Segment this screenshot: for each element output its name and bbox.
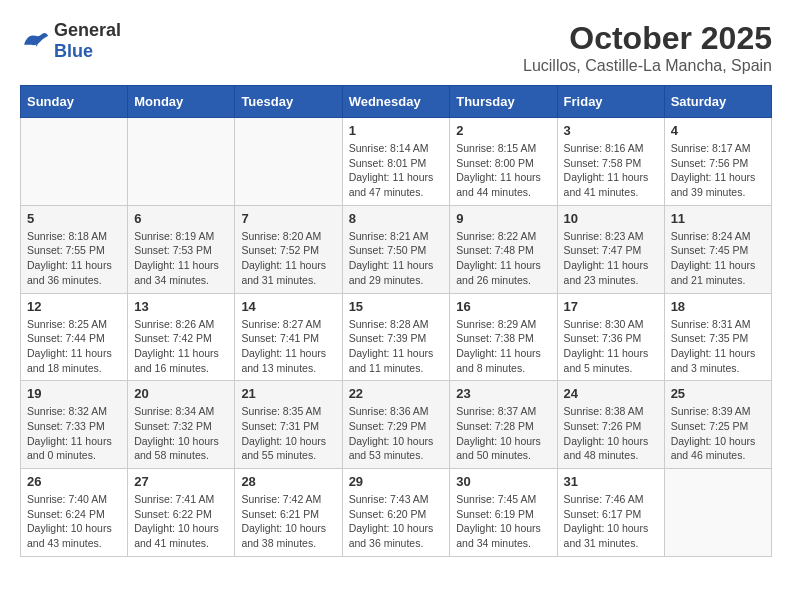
page-header: General Blue October 2025 Lucillos, Cast… <box>20 20 772 75</box>
location-title: Lucillos, Castille-La Mancha, Spain <box>523 57 772 75</box>
calendar-cell: 20Sunrise: 8:34 AM Sunset: 7:32 PM Dayli… <box>128 381 235 469</box>
logo-blue: Blue <box>54 41 93 61</box>
day-number: 18 <box>671 299 765 314</box>
calendar-cell: 7Sunrise: 8:20 AM Sunset: 7:52 PM Daylig… <box>235 205 342 293</box>
day-number: 4 <box>671 123 765 138</box>
day-number: 12 <box>27 299 121 314</box>
day-number: 10 <box>564 211 658 226</box>
day-info: Sunrise: 8:32 AM Sunset: 7:33 PM Dayligh… <box>27 404 121 463</box>
calendar-cell: 15Sunrise: 8:28 AM Sunset: 7:39 PM Dayli… <box>342 293 450 381</box>
calendar-cell: 24Sunrise: 8:38 AM Sunset: 7:26 PM Dayli… <box>557 381 664 469</box>
calendar-cell: 11Sunrise: 8:24 AM Sunset: 7:45 PM Dayli… <box>664 205 771 293</box>
weekday-header: Saturday <box>664 86 771 118</box>
day-info: Sunrise: 8:22 AM Sunset: 7:48 PM Dayligh… <box>456 229 550 288</box>
calendar-table: SundayMondayTuesdayWednesdayThursdayFrid… <box>20 85 772 557</box>
calendar-cell: 31Sunrise: 7:46 AM Sunset: 6:17 PM Dayli… <box>557 469 664 557</box>
weekday-header: Thursday <box>450 86 557 118</box>
calendar-cell: 18Sunrise: 8:31 AM Sunset: 7:35 PM Dayli… <box>664 293 771 381</box>
day-info: Sunrise: 8:27 AM Sunset: 7:41 PM Dayligh… <box>241 317 335 376</box>
day-number: 31 <box>564 474 658 489</box>
calendar-cell: 9Sunrise: 8:22 AM Sunset: 7:48 PM Daylig… <box>450 205 557 293</box>
day-number: 25 <box>671 386 765 401</box>
logo: General Blue <box>20 20 121 62</box>
day-info: Sunrise: 8:28 AM Sunset: 7:39 PM Dayligh… <box>349 317 444 376</box>
calendar-cell: 5Sunrise: 8:18 AM Sunset: 7:55 PM Daylig… <box>21 205 128 293</box>
calendar-cell: 21Sunrise: 8:35 AM Sunset: 7:31 PM Dayli… <box>235 381 342 469</box>
day-number: 2 <box>456 123 550 138</box>
weekday-header: Tuesday <box>235 86 342 118</box>
day-number: 5 <box>27 211 121 226</box>
day-info: Sunrise: 8:30 AM Sunset: 7:36 PM Dayligh… <box>564 317 658 376</box>
day-info: Sunrise: 8:18 AM Sunset: 7:55 PM Dayligh… <box>27 229 121 288</box>
day-info: Sunrise: 8:26 AM Sunset: 7:42 PM Dayligh… <box>134 317 228 376</box>
calendar-cell: 8Sunrise: 8:21 AM Sunset: 7:50 PM Daylig… <box>342 205 450 293</box>
day-info: Sunrise: 7:43 AM Sunset: 6:20 PM Dayligh… <box>349 492 444 551</box>
day-number: 29 <box>349 474 444 489</box>
day-info: Sunrise: 8:34 AM Sunset: 7:32 PM Dayligh… <box>134 404 228 463</box>
day-info: Sunrise: 8:39 AM Sunset: 7:25 PM Dayligh… <box>671 404 765 463</box>
day-number: 1 <box>349 123 444 138</box>
calendar-week-row: 26Sunrise: 7:40 AM Sunset: 6:24 PM Dayli… <box>21 469 772 557</box>
day-number: 9 <box>456 211 550 226</box>
weekday-header: Wednesday <box>342 86 450 118</box>
calendar-cell: 12Sunrise: 8:25 AM Sunset: 7:44 PM Dayli… <box>21 293 128 381</box>
day-number: 3 <box>564 123 658 138</box>
day-number: 22 <box>349 386 444 401</box>
day-info: Sunrise: 8:35 AM Sunset: 7:31 PM Dayligh… <box>241 404 335 463</box>
day-number: 28 <box>241 474 335 489</box>
day-info: Sunrise: 8:38 AM Sunset: 7:26 PM Dayligh… <box>564 404 658 463</box>
title-area: October 2025 Lucillos, Castille-La Manch… <box>523 20 772 75</box>
calendar-cell: 17Sunrise: 8:30 AM Sunset: 7:36 PM Dayli… <box>557 293 664 381</box>
calendar-cell: 14Sunrise: 8:27 AM Sunset: 7:41 PM Dayli… <box>235 293 342 381</box>
calendar-week-row: 12Sunrise: 8:25 AM Sunset: 7:44 PM Dayli… <box>21 293 772 381</box>
day-number: 7 <box>241 211 335 226</box>
calendar-cell <box>235 118 342 206</box>
day-info: Sunrise: 8:21 AM Sunset: 7:50 PM Dayligh… <box>349 229 444 288</box>
day-number: 30 <box>456 474 550 489</box>
calendar-header-row: SundayMondayTuesdayWednesdayThursdayFrid… <box>21 86 772 118</box>
calendar-cell: 29Sunrise: 7:43 AM Sunset: 6:20 PM Dayli… <box>342 469 450 557</box>
calendar-cell: 4Sunrise: 8:17 AM Sunset: 7:56 PM Daylig… <box>664 118 771 206</box>
weekday-header: Sunday <box>21 86 128 118</box>
day-info: Sunrise: 8:24 AM Sunset: 7:45 PM Dayligh… <box>671 229 765 288</box>
day-info: Sunrise: 7:41 AM Sunset: 6:22 PM Dayligh… <box>134 492 228 551</box>
day-info: Sunrise: 8:31 AM Sunset: 7:35 PM Dayligh… <box>671 317 765 376</box>
logo-general: General <box>54 20 121 40</box>
day-number: 14 <box>241 299 335 314</box>
day-info: Sunrise: 8:19 AM Sunset: 7:53 PM Dayligh… <box>134 229 228 288</box>
day-info: Sunrise: 8:25 AM Sunset: 7:44 PM Dayligh… <box>27 317 121 376</box>
calendar-cell <box>664 469 771 557</box>
day-info: Sunrise: 8:29 AM Sunset: 7:38 PM Dayligh… <box>456 317 550 376</box>
day-number: 8 <box>349 211 444 226</box>
day-number: 15 <box>349 299 444 314</box>
day-info: Sunrise: 8:15 AM Sunset: 8:00 PM Dayligh… <box>456 141 550 200</box>
calendar-cell: 28Sunrise: 7:42 AM Sunset: 6:21 PM Dayli… <box>235 469 342 557</box>
calendar-cell: 25Sunrise: 8:39 AM Sunset: 7:25 PM Dayli… <box>664 381 771 469</box>
day-number: 6 <box>134 211 228 226</box>
month-title: October 2025 <box>523 20 772 57</box>
day-number: 20 <box>134 386 228 401</box>
weekday-header: Friday <box>557 86 664 118</box>
calendar-week-row: 19Sunrise: 8:32 AM Sunset: 7:33 PM Dayli… <box>21 381 772 469</box>
day-number: 23 <box>456 386 550 401</box>
day-info: Sunrise: 7:46 AM Sunset: 6:17 PM Dayligh… <box>564 492 658 551</box>
calendar-week-row: 5Sunrise: 8:18 AM Sunset: 7:55 PM Daylig… <box>21 205 772 293</box>
calendar-cell: 30Sunrise: 7:45 AM Sunset: 6:19 PM Dayli… <box>450 469 557 557</box>
calendar-cell: 22Sunrise: 8:36 AM Sunset: 7:29 PM Dayli… <box>342 381 450 469</box>
day-number: 21 <box>241 386 335 401</box>
calendar-cell: 3Sunrise: 8:16 AM Sunset: 7:58 PM Daylig… <box>557 118 664 206</box>
day-info: Sunrise: 7:42 AM Sunset: 6:21 PM Dayligh… <box>241 492 335 551</box>
calendar-cell: 16Sunrise: 8:29 AM Sunset: 7:38 PM Dayli… <box>450 293 557 381</box>
day-number: 24 <box>564 386 658 401</box>
day-number: 16 <box>456 299 550 314</box>
day-number: 17 <box>564 299 658 314</box>
calendar-cell: 10Sunrise: 8:23 AM Sunset: 7:47 PM Dayli… <box>557 205 664 293</box>
day-info: Sunrise: 7:45 AM Sunset: 6:19 PM Dayligh… <box>456 492 550 551</box>
calendar-cell: 1Sunrise: 8:14 AM Sunset: 8:01 PM Daylig… <box>342 118 450 206</box>
calendar-cell: 26Sunrise: 7:40 AM Sunset: 6:24 PM Dayli… <box>21 469 128 557</box>
day-number: 19 <box>27 386 121 401</box>
calendar-cell: 2Sunrise: 8:15 AM Sunset: 8:00 PM Daylig… <box>450 118 557 206</box>
logo-bird-icon <box>20 30 50 52</box>
logo-text: General Blue <box>54 20 121 62</box>
calendar-cell: 19Sunrise: 8:32 AM Sunset: 7:33 PM Dayli… <box>21 381 128 469</box>
